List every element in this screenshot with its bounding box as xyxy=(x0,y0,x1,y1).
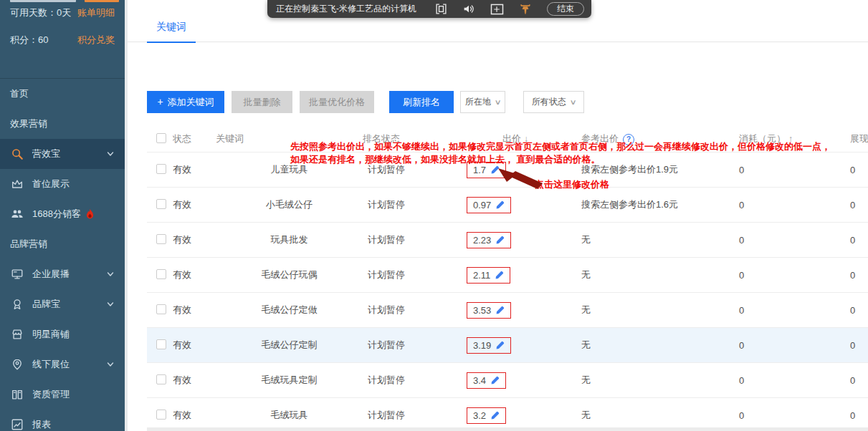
sidebar-item-label: 营效宝 xyxy=(32,147,60,160)
row-checkbox[interactable] xyxy=(156,234,166,244)
clipped-link-stub xyxy=(85,0,119,2)
sort-asc-icon[interactable]: ↑ xyxy=(788,134,793,144)
tab-keywords[interactable]: 关键词 xyxy=(156,21,186,34)
sidebar-item-label: 资质管理 xyxy=(32,388,70,401)
sidebar-item-label: 首页 xyxy=(10,87,29,100)
add-keyword-label: 添加关键词 xyxy=(168,97,214,107)
sidebar-item-home[interactable]: 首页 xyxy=(0,79,125,109)
rank-status-cell: 计划暂停 xyxy=(363,268,467,281)
col-reference-bid: 参考出价? xyxy=(581,132,739,145)
keyword-cell: 毛绒公仔定做 xyxy=(216,304,363,316)
add-keyword-button[interactable]: +添加关键词 xyxy=(147,91,224,113)
status-cell: 有效 xyxy=(173,304,216,316)
select-all-checkbox[interactable] xyxy=(156,133,166,143)
bid-amount: 0.97 xyxy=(473,200,491,210)
bid-amount: 3.4 xyxy=(473,375,486,386)
bid-amount: 2.23 xyxy=(473,235,491,246)
checkbox-cell xyxy=(147,339,173,352)
points-label: 积分：60 xyxy=(10,34,48,47)
table-header: 状态 关键词 排名状态 出价↓ 参考出价? 消耗（元）↑ 展现↑ xyxy=(147,126,868,152)
reference-bid-cell: 无 xyxy=(581,304,739,316)
status-cell: 有效 xyxy=(173,198,216,211)
status-filter-dropdown[interactable]: 所有状态 ∨ xyxy=(523,91,584,113)
col-cost[interactable]: 消耗（元）↑ xyxy=(739,132,850,145)
sidebar-item-report[interactable]: 报表 xyxy=(0,410,125,431)
speaker-icon[interactable] xyxy=(462,3,475,15)
bottom-strip xyxy=(147,427,868,431)
edit-bid-icon[interactable] xyxy=(490,376,500,385)
edit-bid-icon[interactable] xyxy=(495,200,505,210)
rank-status-cell: 计划暂停 xyxy=(363,374,467,387)
chevron-down-icon xyxy=(106,150,115,158)
row-checkbox[interactable] xyxy=(156,374,166,384)
table-row: 有效毛绒玩具计划暂停3.2无00 xyxy=(147,397,868,431)
sidebar-item-offline-booth[interactable]: 线下展位 xyxy=(0,349,125,379)
row-checkbox[interactable] xyxy=(156,164,166,174)
row-checkbox[interactable] xyxy=(156,269,166,279)
row-checkbox[interactable] xyxy=(156,339,166,349)
rank-status-cell: 计划暂停 xyxy=(363,233,467,246)
bid-value: 3.4 xyxy=(467,372,506,389)
sidebar-item-label: 效果营销 xyxy=(10,117,47,130)
book-icon xyxy=(11,388,24,401)
points-redeem-link[interactable]: 积分兑奖 xyxy=(77,34,115,47)
edit-bid-icon[interactable] xyxy=(495,306,505,315)
sidebar-item-enterprise-broadcast[interactable]: 企业展播 xyxy=(0,259,125,289)
search-icon xyxy=(11,147,24,160)
edit-bid-icon[interactable] xyxy=(490,411,500,420)
cost-cell: 0 xyxy=(739,270,850,281)
sidebar-item-star-shop[interactable]: 明星商铺 xyxy=(0,319,125,349)
row-checkbox[interactable] xyxy=(156,304,166,314)
badge-icon xyxy=(11,298,24,311)
pin-tool-icon[interactable] xyxy=(519,3,532,16)
table-row: 有效儿童玩具计划暂停1.7搜索左侧参考出价1.9元00 xyxy=(147,152,868,187)
bid-value: 3.2 xyxy=(467,407,506,424)
edit-bid-icon[interactable] xyxy=(495,341,505,350)
sidebar-item-top-display[interactable]: 首位展示 xyxy=(0,169,125,199)
bid-value: 2.11 xyxy=(467,267,510,284)
batch-optimize-price-button[interactable]: 批量优化价格 xyxy=(300,91,374,113)
bid-value: 3.19 xyxy=(467,337,511,354)
sidebar-item-distributor-1688[interactable]: 1688分销客 xyxy=(0,199,125,229)
edit-bid-icon[interactable] xyxy=(490,165,500,175)
hot-flame-icon xyxy=(85,208,95,220)
sidebar-item-qualification[interactable]: 资质管理 xyxy=(0,379,125,410)
reference-bid-cell: 无 xyxy=(581,268,739,281)
keyword-cell: 毛绒公仔定制 xyxy=(216,339,363,352)
shop-icon xyxy=(11,328,24,341)
sidebar-item-label: 首位展示 xyxy=(32,178,70,190)
bid-cell: 1.7 xyxy=(467,162,581,178)
account-panel: 可用天数：0天 账单明细 积分：60 积分兑奖 xyxy=(0,0,125,79)
sidebar-item-brand-bao[interactable]: 品牌宝 xyxy=(0,289,125,319)
refresh-rank-button[interactable]: 刷新排名 xyxy=(389,91,454,113)
keyword-cell: 玩具批发 xyxy=(216,233,363,246)
bid-value: 0.97 xyxy=(467,197,511,213)
help-icon[interactable]: ? xyxy=(623,134,634,145)
row-checkbox[interactable] xyxy=(156,199,166,209)
location-filter-dropdown[interactable]: 所在地 ∨ xyxy=(460,91,505,113)
col-bid[interactable]: 出价↓ xyxy=(467,132,581,145)
sort-desc-icon[interactable]: ↓ xyxy=(524,134,528,144)
chart-icon xyxy=(11,418,24,431)
checkbox-cell xyxy=(147,234,173,246)
edit-bid-icon[interactable] xyxy=(495,271,504,280)
row-checkbox[interactable] xyxy=(156,410,166,420)
reference-bid-cell: 无 xyxy=(581,233,739,246)
batch-delete-button[interactable]: 批量删除 xyxy=(232,91,292,113)
monitor-icon xyxy=(11,268,24,281)
edit-bid-icon[interactable] xyxy=(495,236,505,245)
capture-window-icon[interactable] xyxy=(490,4,504,15)
end-control-button[interactable]: 结束 xyxy=(547,2,584,16)
bill-detail-link[interactable]: 账单明细 xyxy=(77,6,115,19)
account-points-row: 积分：60 积分兑奖 xyxy=(0,31,125,49)
bid-cell: 3.2 xyxy=(467,407,581,424)
fullscreen-icon[interactable] xyxy=(435,3,447,15)
keyword-cell: 小毛绒公仔 xyxy=(216,198,363,211)
col-impressions[interactable]: 展现↑ xyxy=(850,132,868,145)
location-icon xyxy=(11,358,24,371)
impressions-cell: 0 xyxy=(850,200,868,210)
sidebar-item-effect-marketing[interactable]: 效果营销 xyxy=(0,109,125,139)
account-days-row: 可用天数：0天 账单明细 xyxy=(0,4,125,22)
sidebar-item-yingxiaobao[interactable]: 营效宝 xyxy=(0,139,125,169)
sidebar-item-brand-marketing[interactable]: 品牌营销 xyxy=(0,229,125,259)
